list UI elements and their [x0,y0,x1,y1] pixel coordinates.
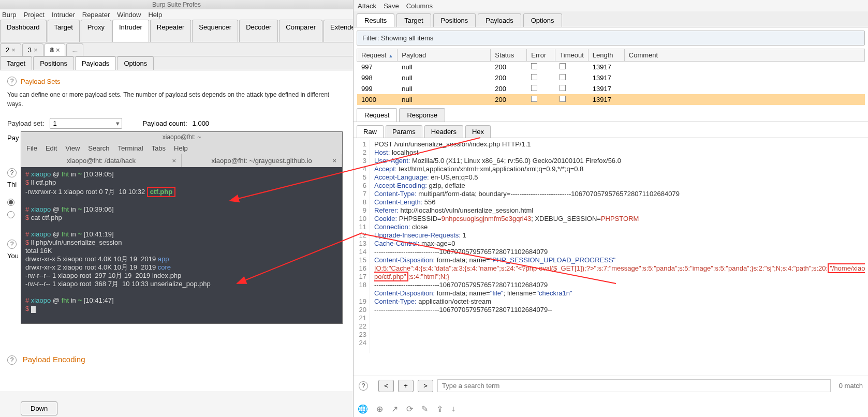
menu-bar: Burp Project Intruder Repeater Window He… [0,9,353,20]
tab-response[interactable]: Response [399,108,445,122]
filter-bar[interactable]: Filter: Showing all items [357,31,865,46]
menu-repeater[interactable]: Repeater [82,11,110,19]
menu-help[interactable]: Help [148,11,162,19]
table-row[interactable]: 998null20013917 [357,72,865,83]
help-icon[interactable]: ? [359,381,368,391]
tab-comparer[interactable]: Comparer [279,20,322,42]
col-status[interactable]: Status [491,49,527,62]
term-menu-edit[interactable]: Edit [46,144,57,152]
intruder-tab-2[interactable]: 2× [0,43,21,56]
tab-intruder[interactable]: Intruder [112,20,149,42]
checkbox[interactable] [560,63,566,69]
close-icon[interactable]: × [56,46,60,54]
share-icon[interactable]: ⇪ [436,404,443,414]
close-icon[interactable]: × [332,157,336,165]
radio-option[interactable] [7,199,14,206]
line-gutter: 1 2 3 4 5 6 7 8 9 10 11 12 13 14 15 16 1… [356,140,370,353]
subtab-payloads[interactable]: Payloads [75,56,116,70]
col-comment[interactable]: Comment [624,49,864,62]
down-button[interactable]: Down [21,401,57,415]
menu-intruder[interactable]: Intruder [52,11,75,19]
close-icon[interactable]: × [34,46,38,54]
col-timeout[interactable]: Timeout [555,49,588,62]
globe-icon[interactable]: 🌐 [358,404,368,414]
edit-icon[interactable]: ✎ [421,404,428,414]
menu-burp[interactable]: Burp [2,11,16,19]
menu-window[interactable]: Window [117,11,141,19]
subtab-target[interactable]: Target [0,56,32,70]
tab-headers[interactable]: Headers [424,125,463,138]
radio-option[interactable] [7,211,14,218]
checkbox[interactable] [560,96,566,102]
terminal-tab-2[interactable]: xiaopo@fht: ~/grayguest.github.io× [182,154,342,167]
checkbox[interactable] [531,85,537,91]
next-match-button[interactable]: > [418,380,433,392]
subtab-options[interactable]: Options [117,56,154,70]
col-request[interactable]: Request [357,49,398,62]
tab-target[interactable]: Target [396,13,431,27]
terminal-window: xiaopo@fht: ~ File Edit View Search Term… [21,131,343,324]
intruder-tab-more[interactable]: ... [66,43,83,56]
terminal-output[interactable]: # xiaopo @ fht in ~ [10:39:05] $ ll ctf.… [21,167,342,316]
table-row[interactable]: 999null20013917 [357,83,865,94]
menu-attack[interactable]: Attack [358,2,376,10]
term-menu-tabs[interactable]: Tabs [152,144,166,152]
payload-encoding-title: Payload Encoding [23,355,85,364]
checkbox[interactable] [531,96,537,102]
tab-positions[interactable]: Positions [433,13,476,27]
refresh-icon[interactable]: ⟳ [406,404,413,414]
title-bar: Burp Suite Profes [0,0,353,9]
checkbox[interactable] [560,85,566,91]
help-icon[interactable]: ? [7,355,17,365]
term-menu-help[interactable]: Help [174,144,188,152]
download-icon[interactable]: ↓ [451,404,455,414]
search-input[interactable] [437,379,831,392]
expand-icon[interactable]: ↗ [391,404,398,414]
table-row[interactable]: 997null20013917 [357,62,865,73]
tab-dashboard[interactable]: Dashboard [0,20,47,42]
menu-project[interactable]: Project [23,11,44,19]
tab-target[interactable]: Target [48,20,80,42]
close-icon[interactable]: × [11,46,16,54]
http-request-editor[interactable]: 1 2 3 4 5 6 7 8 9 10 11 12 13 14 15 16 1… [354,138,868,355]
col-length[interactable]: Length [588,49,624,62]
tab-params[interactable]: Params [386,125,422,138]
close-icon[interactable]: × [172,157,176,165]
tab-repeater[interactable]: Repeater [150,20,191,42]
tab-decoder[interactable]: Decoder [239,20,278,42]
tab-hex[interactable]: Hex [465,125,491,138]
terminal-tab-1[interactable]: xiaopo@fht: /data/hack× [21,154,182,167]
search-bar: ? < + > 0 match [354,376,868,395]
tab-raw[interactable]: Raw [357,125,384,138]
tab-sequencer[interactable]: Sequencer [192,20,238,42]
menu-save[interactable]: Save [384,2,399,10]
intruder-tab-3[interactable]: 3× [22,43,43,56]
help-icon[interactable]: ? [7,240,17,249]
intruder-tab-8[interactable]: 8× [45,43,66,56]
tab-request[interactable]: Request [357,108,397,122]
subtab-positions[interactable]: Positions [33,56,74,70]
status-bar-icons: 🌐 ⊕ ↗ ⟳ ✎ ⇪ ↓ [358,404,455,414]
tab-payloads[interactable]: Payloads [478,13,521,27]
term-menu-file[interactable]: File [26,144,37,152]
help-icon[interactable]: ? [7,77,17,86]
checkbox[interactable] [560,74,566,80]
term-menu-search[interactable]: Search [88,144,109,152]
table-row[interactable]: 1000null20013917 [357,94,865,105]
checkbox[interactable] [531,63,537,69]
menu-columns[interactable]: Columns [406,2,433,10]
add-button[interactable]: + [398,380,414,392]
tab-results[interactable]: Results [357,13,394,27]
plus-icon[interactable]: ⊕ [376,404,383,414]
prev-match-button[interactable]: < [378,380,394,392]
col-error[interactable]: Error [527,49,555,62]
tab-options[interactable]: Options [523,13,562,27]
payload-sets-title: Payload Sets [21,78,61,85]
payload-set-select[interactable]: 1 [50,118,122,129]
col-payload[interactable]: Payload [398,49,491,62]
checkbox[interactable] [531,74,537,80]
tab-proxy[interactable]: Proxy [81,20,111,42]
term-menu-terminal[interactable]: Terminal [118,144,143,152]
help-icon[interactable]: ? [7,168,17,177]
term-menu-view[interactable]: View [65,144,80,152]
